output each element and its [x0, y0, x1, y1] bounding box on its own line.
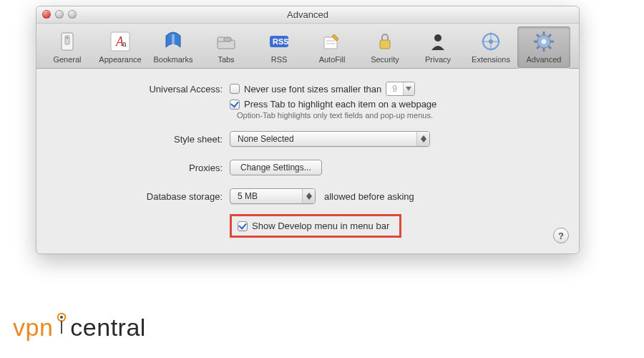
helper-press-tab: Option-Tab highlights only text fields a…: [237, 111, 550, 120]
minimize-button[interactable]: [55, 10, 64, 19]
content-pane: Universal Access: Never use font sizes s…: [36, 69, 579, 253]
row-stylesheet: Style sheet: None Selected: [65, 131, 550, 147]
row-develop: Show Develop menu in menu bar: [65, 214, 550, 238]
book-icon: [161, 29, 185, 54]
svg-point-33: [60, 316, 63, 319]
label-proxies: Proxies:: [65, 163, 230, 173]
row-universal-access: Universal Access: Never use font sizes s…: [65, 82, 550, 96]
close-button[interactable]: [42, 10, 51, 19]
updown-arrows-icon: [416, 132, 429, 146]
label-database-trailing: allowed before asking: [324, 191, 414, 202]
preferences-toolbar: General Aa Appearance Bookmarks Tabs RSS…: [36, 24, 579, 69]
svg-rect-9: [224, 37, 231, 42]
popup-database-size[interactable]: 5 MB: [230, 188, 316, 204]
svg-line-29: [549, 34, 552, 37]
puzzle-icon: [479, 29, 503, 54]
svg-rect-6: [172, 34, 175, 44]
checkbox-develop-menu[interactable]: [238, 221, 248, 231]
titlebar[interactable]: Advanced: [36, 6, 579, 24]
checkbox-never-smaller[interactable]: [230, 84, 240, 94]
tab-autofill[interactable]: AutoFill: [306, 26, 358, 68]
tab-privacy[interactable]: Privacy: [411, 26, 464, 68]
svg-line-30: [537, 47, 540, 49]
label-press-tab: Press Tab to highlight each item on a we…: [244, 99, 436, 110]
tab-advanced[interactable]: Advanced: [517, 26, 570, 68]
label-database: Database storage:: [65, 191, 230, 202]
pencil-form-icon: [320, 29, 344, 54]
stepper-font-size[interactable]: 9: [386, 82, 415, 96]
window-title: Advanced: [287, 9, 328, 20]
help-button[interactable]: ?: [553, 228, 569, 243]
person-icon: [426, 29, 450, 54]
label-stylesheet: Style sheet:: [65, 134, 230, 145]
svg-point-2: [67, 37, 68, 39]
checkbox-press-tab[interactable]: [230, 100, 240, 110]
lock-icon: [373, 29, 397, 54]
svg-line-28: [549, 47, 552, 49]
tab-rss[interactable]: RSS RSS: [253, 26, 306, 68]
svg-text:a: a: [122, 40, 127, 48]
svg-line-27: [537, 34, 540, 37]
svg-point-16: [434, 34, 441, 42]
tab-appearance[interactable]: Aa Appearance: [94, 26, 147, 68]
font-icon: Aa: [108, 29, 132, 54]
updown-arrows-icon: [302, 189, 315, 203]
highlight-develop-menu: Show Develop menu in menu bar: [230, 214, 401, 238]
tab-general[interactable]: General: [41, 26, 94, 68]
row-press-tab: Press Tab to highlight each item on a we…: [65, 99, 550, 110]
popup-stylesheet[interactable]: None Selected: [230, 131, 430, 147]
row-proxies: Proxies: Change Settings...: [65, 160, 550, 175]
svg-point-22: [542, 39, 547, 44]
label-develop-menu: Show Develop menu in menu bar: [252, 221, 389, 231]
chevron-down-icon[interactable]: [403, 82, 414, 95]
preferences-window: Advanced General Aa Appearance Bookmarks…: [36, 6, 580, 254]
tab-tabs[interactable]: Tabs: [200, 26, 253, 68]
row-database: Database storage: 5 MB allowed before as…: [65, 188, 550, 204]
tab-extensions[interactable]: Extensions: [464, 26, 517, 68]
rss-icon: RSS: [267, 29, 291, 54]
tab-bookmarks[interactable]: Bookmarks: [147, 26, 200, 68]
pin-icon: [56, 312, 67, 342]
tabs-icon: [214, 29, 238, 54]
zoom-button[interactable]: [68, 10, 77, 19]
svg-rect-1: [65, 36, 69, 44]
label-universal-access: Universal Access:: [65, 84, 230, 95]
watermark-vpncentral: vpn central: [13, 312, 146, 342]
svg-text:RSS: RSS: [273, 37, 289, 46]
svg-point-20: [489, 39, 493, 44]
button-change-settings[interactable]: Change Settings...: [230, 160, 322, 175]
tab-security[interactable]: Security: [358, 26, 411, 68]
gear-icon: [532, 29, 556, 54]
traffic-lights: [42, 10, 77, 19]
label-never-smaller: Never use font sizes smaller than: [244, 84, 381, 95]
switch-icon: [55, 29, 79, 54]
svg-rect-15: [380, 40, 390, 49]
